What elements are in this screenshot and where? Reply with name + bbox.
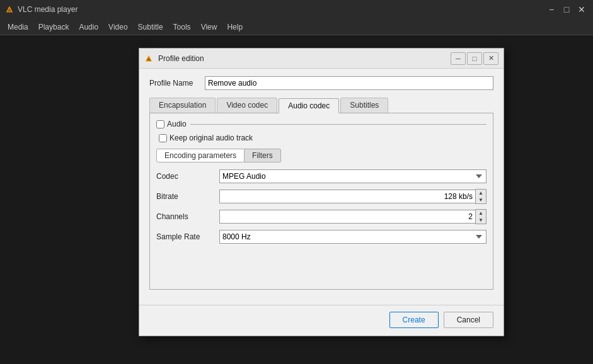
bitrate-control: ▲ ▼ — [219, 189, 486, 204]
minimize-button[interactable]: − — [545, 3, 558, 16]
menu-tools[interactable]: Tools — [168, 21, 196, 33]
audio-section-line — [190, 124, 486, 125]
close-button[interactable]: ✕ — [575, 3, 588, 16]
audio-checkbox-label[interactable]: Audio — [156, 120, 187, 128]
channels-spinbox-buttons: ▲ ▼ — [475, 209, 486, 224]
sub-tab-encoding-parameters[interactable]: Encoding parameters — [156, 149, 245, 162]
dialog-minimize-button[interactable]: ─ — [451, 52, 466, 65]
dialog-close-button[interactable]: ✕ — [483, 52, 498, 65]
audio-section-header: Audio — [156, 120, 486, 128]
main-area: Profile edition ─ □ ✕ Profile Name Encap… — [0, 35, 593, 364]
tab-encapsulation[interactable]: Encapsulation — [149, 98, 216, 113]
maximize-button[interactable]: □ — [560, 3, 573, 16]
keep-audio-row: Keep original audio track — [156, 134, 486, 142]
tab-audio-codec[interactable]: Audio codec — [279, 98, 339, 113]
sample-rate-select[interactable]: 8000 Hz 11025 Hz 16000 Hz 22050 Hz 44100… — [219, 230, 486, 244]
vlc-logo-icon — [5, 5, 14, 14]
app-title: VLC media player — [18, 5, 541, 14]
bitrate-input[interactable] — [219, 190, 475, 203]
window-controls: − □ ✕ — [545, 3, 588, 16]
channels-control: ▲ ▼ — [219, 209, 486, 224]
profile-edition-dialog: Profile edition ─ □ ✕ Profile Name Encap… — [139, 48, 504, 336]
tab-content-audio-codec: Audio Keep original audio track Encoding… — [149, 113, 493, 290]
dialog-vlc-icon — [144, 54, 154, 64]
bitrate-row: Bitrate ▲ ▼ — [156, 189, 486, 204]
channels-label: Channels — [156, 212, 219, 221]
audio-section-label: Audio — [167, 120, 187, 128]
dialog-footer: Create Cancel — [139, 305, 504, 336]
codec-row: Codec MPEG Audio MP3 AAC Vorbis FLAC — [156, 169, 486, 184]
menu-subtitle[interactable]: Subtitle — [133, 21, 168, 33]
bitrate-label: Bitrate — [156, 192, 219, 201]
keep-audio-text: Keep original audio track — [170, 134, 253, 142]
sample-rate-label: Sample Rate — [156, 232, 219, 241]
channels-input[interactable] — [219, 210, 475, 224]
bitrate-spinbox-buttons: ▲ ▼ — [475, 189, 486, 204]
profile-name-label: Profile Name — [149, 79, 200, 88]
menu-audio[interactable]: Audio — [74, 21, 103, 33]
sample-rate-row: Sample Rate 8000 Hz 11025 Hz 16000 Hz 22… — [156, 229, 486, 244]
sample-rate-control: 8000 Hz 11025 Hz 16000 Hz 22050 Hz 44100… — [219, 230, 486, 244]
cancel-button[interactable]: Cancel — [444, 312, 493, 328]
dialog-body: Profile Name Encapsulation Video codec A… — [139, 69, 504, 300]
dialog-titlebar: Profile edition ─ □ ✕ — [139, 48, 504, 69]
sub-tab-filters[interactable]: Filters — [245, 149, 281, 162]
keep-audio-label[interactable]: Keep original audio track — [159, 134, 486, 142]
profile-name-input[interactable] — [205, 76, 493, 90]
encoding-sub-tabs: Encoding parameters Filters — [156, 149, 486, 162]
keep-audio-checkbox[interactable] — [159, 134, 167, 142]
dialog-title: Profile edition — [158, 54, 449, 63]
create-button[interactable]: Create — [389, 312, 439, 328]
menubar: Media Playback Audio Video Subtitle Tool… — [0, 19, 593, 35]
menu-media[interactable]: Media — [3, 21, 33, 33]
channels-increment-button[interactable]: ▲ — [476, 210, 486, 217]
tab-video-codec[interactable]: Video codec — [217, 98, 277, 113]
codec-select[interactable]: MPEG Audio MP3 AAC Vorbis FLAC — [219, 169, 486, 183]
tab-subtitles[interactable]: Subtitles — [340, 98, 388, 113]
codec-control: MPEG Audio MP3 AAC Vorbis FLAC — [219, 169, 486, 183]
channels-row: Channels ▲ ▼ — [156, 209, 486, 224]
codec-tabs: Encapsulation Video codec Audio codec Su… — [149, 98, 493, 113]
dialog-maximize-button[interactable]: □ — [467, 52, 482, 65]
audio-enable-checkbox[interactable] — [156, 120, 164, 128]
menu-help[interactable]: Help — [222, 21, 248, 33]
channels-decrement-button[interactable]: ▼ — [476, 217, 486, 224]
profile-name-row: Profile Name — [149, 76, 493, 90]
bitrate-decrement-button[interactable]: ▼ — [476, 196, 486, 203]
titlebar: VLC media player − □ ✕ — [0, 0, 593, 19]
menu-playback[interactable]: Playback — [33, 21, 74, 33]
bitrate-increment-button[interactable]: ▲ — [476, 190, 486, 196]
codec-label: Codec — [156, 172, 219, 181]
menu-video[interactable]: Video — [103, 21, 132, 33]
menu-view[interactable]: View — [196, 21, 222, 33]
